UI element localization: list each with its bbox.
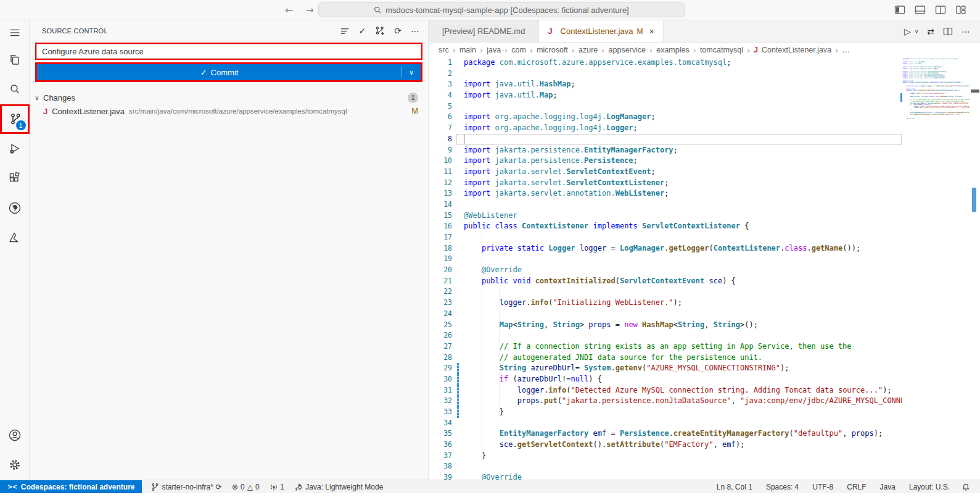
eol-indicator[interactable]: CRLF [841, 483, 871, 491]
refresh-icon[interactable]: ⟳ [394, 27, 401, 35]
remote-indicator[interactable]: >< Codespaces: fictional adventure [0, 480, 142, 493]
problems-indicator[interactable]: ⊗ 0 △ 0 [227, 483, 265, 491]
customize-layout-icon[interactable] [955, 4, 966, 15]
code-line[interactable]: 16public class ContextListener implement… [429, 221, 902, 232]
commit-message-input[interactable] [36, 44, 421, 59]
code-line[interactable]: 36 sce.getServletContext().setAttribute(… [429, 440, 902, 451]
line-content: logger.info("Detected Azure MySQL connec… [456, 385, 902, 396]
code-line[interactable]: 3import java.util.HashMap; [429, 79, 902, 90]
split-layout-icon[interactable] [935, 4, 946, 15]
sidebar-item-search[interactable] [0, 75, 30, 104]
sidebar-item-azure[interactable] [0, 223, 30, 252]
language-indicator[interactable]: Java [875, 483, 901, 491]
code-line[interactable]: 9import jakarta.persistence.EntityManage… [429, 145, 902, 156]
code-line[interactable]: 27 // If a connection string exists as a… [429, 341, 902, 352]
code-line[interactable]: 34 [429, 418, 902, 429]
code-line[interactable]: 13import jakarta.servlet.annotation.WebL… [429, 188, 902, 199]
code-line[interactable]: 20 @Override [429, 265, 902, 276]
commit-button[interactable]: ✓ Commit [37, 68, 401, 77]
split-editor-icon[interactable] [943, 27, 953, 36]
code-line[interactable]: 33 } [429, 407, 902, 418]
forward-icon[interactable]: → [305, 4, 313, 16]
overview-ruler[interactable] [970, 57, 980, 480]
back-icon[interactable]: ← [285, 4, 293, 16]
code-line[interactable]: 12import jakarta.servlet.ServletContextL… [429, 178, 902, 189]
code-line[interactable]: 38 [429, 461, 902, 472]
branch-indicator[interactable]: starter-no-infra* ⟳ [146, 483, 226, 491]
code-line[interactable]: 6import org.apache.logging.log4j.LogMana… [429, 112, 902, 123]
run-dropdown-icon[interactable]: ∨ [915, 28, 919, 35]
cursor-position[interactable]: Ln 8, Col 1 [711, 483, 758, 491]
line-content: import jakarta.servlet.ServletContextLis… [456, 178, 902, 189]
notifications-bell-icon[interactable] [961, 483, 970, 491]
encoding-indicator[interactable]: UTF-8 [807, 483, 839, 491]
line-content: @Override [456, 265, 902, 276]
code-line[interactable]: 32 props.put("jakarta.persistence.nonJta… [429, 396, 902, 407]
command-center-search[interactable]: msdocs-tomcat-mysql-sample-app [Codespac… [318, 2, 685, 17]
code-line[interactable]: 1package com.microsoft.azure.appservice.… [429, 57, 902, 69]
code-line[interactable]: 25 Map<String, String> props = new HashM… [429, 320, 902, 331]
commit-dropdown-button[interactable]: ∨ [402, 69, 421, 77]
layout-indicator[interactable]: Layout: U.S. [904, 483, 955, 491]
code-line[interactable]: 4import java.util.Map; [429, 90, 902, 101]
breadcrumb[interactable]: src›main›java›com›microsoft›azure›appser… [429, 43, 980, 57]
changes-section-header[interactable]: ∨ Changes 1 [30, 91, 428, 104]
code-line[interactable]: 24 [429, 309, 902, 320]
code-line[interactable]: 18 private static Logger logger = LogMan… [429, 243, 902, 254]
code-line[interactable]: 19 [429, 254, 902, 265]
more-actions-icon[interactable]: ⋯ [961, 27, 970, 36]
code-line[interactable]: 22 [429, 286, 902, 298]
code-line[interactable]: 37 } [429, 451, 902, 462]
menu-button[interactable] [0, 20, 30, 45]
line-number: 36 [429, 440, 456, 451]
breadcrumb-more: … [842, 46, 850, 54]
code-line[interactable]: 7import org.apache.logging.log4j.Logger; [429, 123, 902, 134]
sidebar-item-source-control[interactable]: 1 [0, 104, 30, 134]
code-line[interactable]: 28 // autogenerated JNDI data source for… [429, 352, 902, 364]
code-editor[interactable]: 1package com.microsoft.azure.appservice.… [429, 57, 980, 480]
code-line[interactable]: 29 String azureDbUrl= System.getenv("AZU… [429, 363, 902, 374]
java-mode-indicator[interactable]: Java: Lightweight Mode [289, 483, 388, 491]
code-line[interactable]: 23 logger.info("Initializing WebListener… [429, 298, 902, 309]
code-line[interactable]: 35 EntityManagerFactory emf = Persistenc… [429, 428, 902, 440]
code-line[interactable]: 31 logger.info("Detected Azure MySQL con… [429, 385, 902, 396]
code-line[interactable]: 21 public void contextInitialized(Servle… [429, 276, 902, 287]
toggle-sidebar-icon[interactable] [894, 4, 905, 15]
sidebar-item-run-debug[interactable] [0, 134, 30, 164]
sidebar-item-github[interactable] [0, 193, 30, 223]
create-branch-icon[interactable] [375, 26, 385, 36]
code-line[interactable]: 10import jakarta.persistence.Persistence… [429, 156, 902, 167]
code-line[interactable]: 2 [429, 69, 902, 80]
sidebar-item-explorer[interactable] [0, 45, 30, 75]
line-content: String azureDbUrl= System.getenv("AZURE_… [456, 363, 902, 374]
breadcrumb-separator-icon: › [649, 46, 653, 55]
breadcrumb-separator-icon: › [572, 46, 575, 55]
code-line[interactable]: 15@WebListener [429, 210, 902, 222]
commit-action-icon[interactable]: ✓ [359, 27, 366, 35]
sidebar-item-extensions[interactable] [0, 164, 30, 193]
changed-file-row[interactable]: J ContextListener.java src/main/java/com… [30, 104, 428, 118]
code-line[interactable]: 11import jakarta.servlet.ServletContextE… [429, 167, 902, 178]
tab-contextlistener[interactable]: J ContextListener.java M × [539, 20, 663, 42]
close-tab-icon[interactable]: × [649, 27, 654, 36]
settings-button[interactable] [0, 450, 30, 480]
view-as-list-icon[interactable] [340, 27, 350, 36]
code-line[interactable]: 30 if (azureDbUrl!=null) { [429, 374, 902, 385]
ports-indicator[interactable]: 1 [265, 483, 290, 491]
more-actions-icon[interactable]: ⋯ [411, 27, 419, 35]
tab-readme-preview[interactable]: [Preview] README.md [429, 20, 539, 42]
account-button[interactable] [0, 420, 30, 450]
toggle-panel-icon[interactable] [915, 4, 926, 15]
code-line[interactable]: 5 [429, 101, 902, 112]
run-java-icon[interactable]: ▷ [904, 27, 911, 36]
indentation-indicator[interactable]: Spaces: 4 [760, 483, 804, 491]
code-line[interactable]: 14 [429, 199, 902, 210]
code-line[interactable]: 8 [429, 134, 902, 145]
code-line[interactable]: 17 [429, 232, 902, 243]
code-line[interactable]: 26 [429, 330, 902, 341]
open-changes-icon[interactable]: ⇄ [927, 27, 934, 36]
check-icon: ✓ [200, 68, 207, 77]
minimap[interactable]: package com.microsoft.azure.appservice.e… [902, 57, 970, 480]
activity-bar: 1 [0, 20, 30, 480]
code-line[interactable]: 39 @Override [429, 472, 902, 480]
